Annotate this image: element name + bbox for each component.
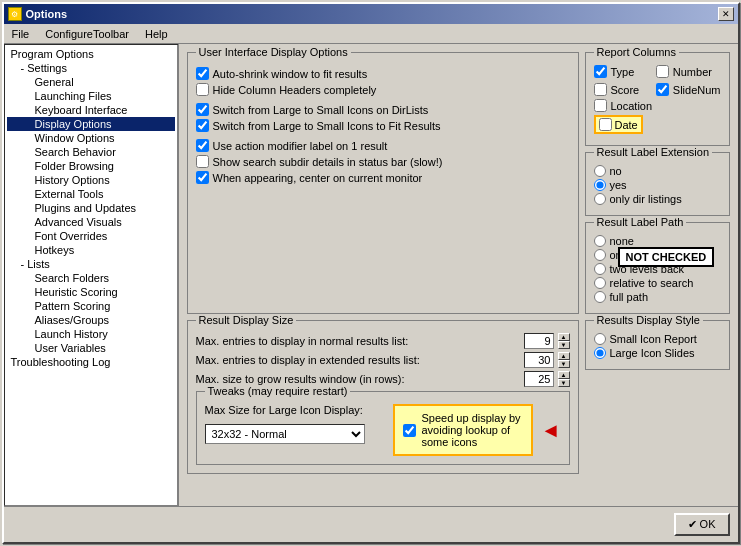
sidebar-item-keyboard-interface[interactable]: Keyboard Interface	[7, 103, 175, 117]
speed-label: Speed up display by avoiding lookup of s…	[422, 412, 523, 448]
search-subdir-checkbox[interactable]	[196, 155, 209, 168]
hide-headers-label: Hide Column Headers completely	[213, 84, 377, 96]
extended-list-row: Max. entries to display in extended resu…	[196, 352, 570, 368]
normal-list-label: Max. entries to display in normal result…	[196, 335, 520, 347]
rlp-none-radio[interactable]	[594, 235, 606, 247]
result-display-size-group: Result Display Size Max. entries to disp…	[187, 320, 579, 474]
ok-button[interactable]: ✔ OK	[674, 513, 730, 536]
sidebar-item-search-behavior[interactable]: Search Behavior	[7, 145, 175, 159]
rle-yes-radio[interactable]	[594, 179, 606, 191]
sidebar-item-launching-files[interactable]: Launching Files	[7, 89, 175, 103]
hide-headers-checkbox[interactable]	[196, 83, 209, 96]
action-modifier-checkbox[interactable]	[196, 139, 209, 152]
menu-configure-toolbar[interactable]: ConfigureToolbar	[41, 26, 133, 42]
title-buttons: ✕	[718, 7, 734, 21]
sidebar-item-font-overrides[interactable]: Font Overrides	[7, 229, 175, 243]
sidebar-item-launch-history[interactable]: Launch History	[7, 327, 175, 341]
tweaks-row: Max Size for Large Icon Display: 16x16 -…	[205, 404, 561, 456]
style-small-radio[interactable]	[594, 333, 606, 345]
grow-rows-up[interactable]: ▲	[558, 371, 570, 379]
tweaks-group: Tweaks (may require restart) Max Size fo…	[196, 391, 570, 465]
rle-no-label: no	[610, 165, 622, 177]
col-type-label: Type	[611, 66, 635, 78]
normal-list-row: Max. entries to display in normal result…	[196, 333, 570, 349]
sidebar-item-heuristic-scoring[interactable]: Heuristic Scoring	[7, 285, 175, 299]
not-checked-badge: NOT CHECKED	[618, 247, 715, 267]
col-slidenum-checkbox[interactable]	[656, 83, 669, 96]
sidebar-item-folder-browsing[interactable]: Folder Browsing	[7, 159, 175, 173]
center-monitor-checkbox[interactable]	[196, 171, 209, 184]
sidebar-item-user-variables[interactable]: User Variables	[7, 341, 175, 355]
grow-rows-down[interactable]: ▼	[558, 379, 570, 387]
col-number-row: Number	[656, 65, 721, 78]
report-columns-group: Report Columns Type Number	[585, 52, 730, 146]
hide-headers-row: Hide Column Headers completely	[196, 83, 570, 96]
tweaks-left: Max Size for Large Icon Display: 16x16 -…	[205, 404, 385, 456]
extended-list-down[interactable]: ▼	[558, 360, 570, 368]
sidebar-item-lists[interactable]: - Lists	[7, 257, 175, 271]
rlp-relative-label: relative to search	[610, 277, 694, 289]
col-date-checkbox[interactable]	[599, 118, 612, 131]
rlp-full-row: full path	[594, 291, 721, 303]
normal-list-down[interactable]: ▼	[558, 341, 570, 349]
extended-list-up[interactable]: ▲	[558, 352, 570, 360]
result-label-extension-label: Result Label Extension	[594, 146, 713, 158]
sidebar-item-aliases-groups[interactable]: Aliases/Groups	[7, 313, 175, 327]
sidebar-item-advanced-visuals[interactable]: Advanced Visuals	[7, 215, 175, 229]
result-label-path-label: Result Label Path	[594, 216, 687, 228]
rle-dir-radio[interactable]	[594, 193, 606, 205]
sidebar-item-external-tools[interactable]: External Tools	[7, 187, 175, 201]
rlp-one-row: one NOT CHECKED	[594, 249, 721, 261]
sidebar-item-plugins-updates[interactable]: Plugins and Updates	[7, 201, 175, 215]
menu-help[interactable]: Help	[141, 26, 172, 42]
normal-list-input[interactable]	[524, 333, 554, 349]
ui-display-options-group: User Interface Display Options Auto-shri…	[187, 52, 579, 314]
sidebar-item-general[interactable]: General	[7, 75, 175, 89]
speed-checkbox[interactable]	[403, 424, 416, 437]
speed-highlight: Speed up display by avoiding lookup of s…	[393, 404, 533, 456]
sidebar-item-program-options[interactable]: Program Options	[7, 47, 175, 61]
col-location-checkbox[interactable]	[594, 99, 607, 112]
rlp-relative-radio[interactable]	[594, 277, 606, 289]
col-slidenum-label: SlideNum	[673, 84, 721, 96]
switch-fit-checkbox[interactable]	[196, 119, 209, 132]
result-label-path-group: Result Label Path none one NOT CHECKED	[585, 222, 730, 314]
switch-dirlists-checkbox[interactable]	[196, 103, 209, 116]
sidebar-item-settings[interactable]: - Settings	[7, 61, 175, 75]
style-small-label: Small Icon Report	[610, 333, 697, 345]
results-display-style-group: Results Display Style Small Icon Report …	[585, 320, 730, 370]
sidebar-item-hotkeys[interactable]: Hotkeys	[7, 243, 175, 257]
sidebar-item-display-options[interactable]: Display Options	[7, 117, 175, 131]
sidebar-item-pattern-scoring[interactable]: Pattern Scoring	[7, 299, 175, 313]
col-score-checkbox[interactable]	[594, 83, 607, 96]
normal-list-up[interactable]: ▲	[558, 333, 570, 341]
sidebar-item-search-folders[interactable]: Search Folders	[7, 271, 175, 285]
right-groups: Report Columns Type Number	[585, 52, 730, 314]
sidebar-item-troubleshooting-log[interactable]: Troubleshooting Log	[7, 355, 175, 369]
rlp-one-radio[interactable]	[594, 249, 606, 261]
style-large-radio[interactable]	[594, 347, 606, 359]
rle-no-row: no	[594, 165, 721, 177]
extended-list-input[interactable]	[524, 352, 554, 368]
rle-no-radio[interactable]	[594, 165, 606, 177]
sidebar-item-history-options[interactable]: History Options	[7, 173, 175, 187]
options-window: ⚙ Options ✕ File ConfigureToolbar Help P…	[2, 2, 740, 544]
rlp-two-radio[interactable]	[594, 263, 606, 275]
grow-rows-input[interactable]	[524, 371, 554, 387]
style-small-row: Small Icon Report	[594, 333, 721, 345]
bottom-bar: ✔ OK	[4, 506, 738, 542]
style-large-label: Large Icon Slides	[610, 347, 695, 359]
grow-rows-spin: ▲ ▼	[558, 371, 570, 387]
col-location-row: Location	[594, 99, 721, 112]
sidebar-item-window-options[interactable]: Window Options	[7, 131, 175, 145]
auto-shrink-checkbox[interactable]	[196, 67, 209, 80]
icon-size-dropdown[interactable]: 16x16 - Small 32x32 - Normal 48x48 - Lar…	[205, 424, 365, 444]
col-type-row: Type	[594, 65, 654, 78]
rlp-full-radio[interactable]	[594, 291, 606, 303]
center-monitor-label: When appearing, center on current monito…	[213, 172, 423, 184]
col-number-checkbox[interactable]	[656, 65, 669, 78]
col-type-checkbox[interactable]	[594, 65, 607, 78]
menu-file[interactable]: File	[8, 26, 34, 42]
arrow-indicator: ◄	[541, 404, 561, 456]
close-button[interactable]: ✕	[718, 7, 734, 21]
